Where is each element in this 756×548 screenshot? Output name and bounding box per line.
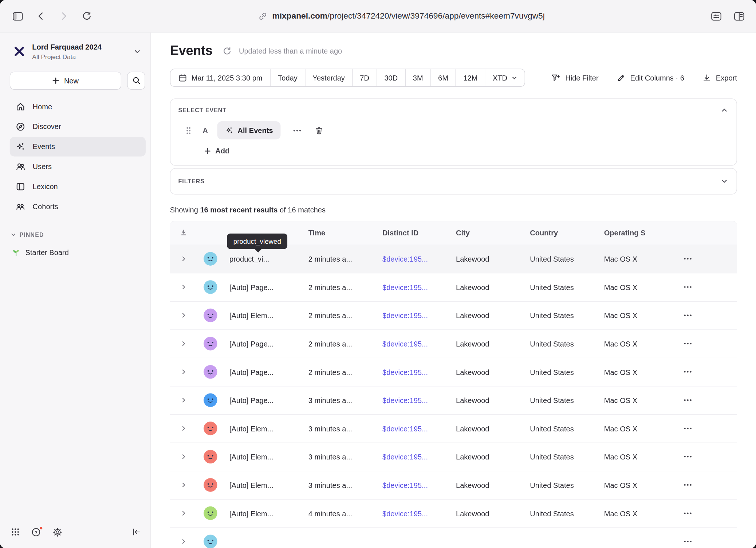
table-row[interactable]: [Auto] Elem... 4 minutes a... $device:19…	[170, 499, 737, 528]
expand-row-button[interactable]	[170, 425, 197, 432]
event-cell: [Auto] Page...	[197, 365, 307, 379]
hide-filter-button[interactable]: Hide Filter	[551, 73, 598, 82]
expand-row-button[interactable]	[170, 340, 197, 347]
distinct-id-link[interactable]: $device:195...	[382, 424, 428, 432]
row-options-button[interactable]	[684, 339, 692, 348]
refresh-button[interactable]	[223, 47, 232, 55]
range-xtd-button[interactable]: XTD	[485, 69, 525, 86]
column-header-country[interactable]: Country	[528, 228, 602, 237]
browser-forward-button[interactable]	[59, 11, 69, 21]
distinct-id-link[interactable]: $device:195...	[382, 368, 428, 376]
range-7d-button[interactable]: 7D	[352, 69, 377, 86]
range-6m-button[interactable]: 6M	[430, 69, 456, 86]
workspace-switcher[interactable]: Lord Farquaad 2024 All Project Data	[0, 33, 150, 65]
row-options-button[interactable]	[684, 396, 692, 404]
distinct-id-link[interactable]: $device:195...	[382, 481, 428, 489]
distinct-id-link[interactable]: $device:195...	[382, 453, 428, 461]
delete-event-button[interactable]	[315, 126, 324, 135]
browser-split-view-button[interactable]	[734, 11, 744, 20]
sidebar-item-home[interactable]: Home	[10, 97, 146, 117]
column-header-time[interactable]: Time	[306, 228, 380, 237]
new-button[interactable]: New	[10, 71, 121, 89]
table-row[interactable]: [Auto] Elem... 3 minutes a... $device:19…	[170, 443, 737, 471]
pinned-section-toggle[interactable]: PINNED	[0, 231, 150, 238]
distinct-id-link[interactable]: $device:195...	[382, 396, 428, 404]
browser-page-settings-button[interactable]	[711, 11, 721, 20]
column-header-os[interactable]: Operating S	[602, 228, 677, 237]
add-event-button[interactable]: Add	[204, 147, 229, 155]
sidebar-item-starter-board[interactable]: Starter Board	[6, 243, 146, 262]
browser-sidebar-toggle-button[interactable]	[13, 11, 23, 20]
distinct-id-link[interactable]: $device:195...	[382, 283, 428, 291]
distinct-id-link[interactable]: $device:195...	[382, 311, 428, 320]
row-options-button[interactable]	[684, 537, 692, 546]
sidebar-actions: New	[0, 65, 150, 90]
collapse-all-rows-button[interactable]	[170, 228, 197, 237]
city-cell: Lakewood	[454, 396, 528, 404]
event-selector-button[interactable]: All Events	[217, 121, 281, 139]
expand-row-button[interactable]	[170, 538, 197, 545]
help-button[interactable]: ?	[31, 527, 41, 537]
collapse-panel-button[interactable]	[721, 107, 728, 114]
expand-filters-button[interactable]	[721, 178, 728, 185]
sidebar-item-discover[interactable]: Discover	[10, 117, 146, 137]
apps-grid-button[interactable]	[11, 528, 20, 536]
distinct-id-cell: $device:195...	[381, 453, 454, 461]
drag-handle-icon[interactable]	[186, 126, 192, 135]
table-row[interactable]: [Auto] Elem... 2 minutes a... $device:19…	[170, 301, 737, 330]
table-row[interactable]: [Auto] Page... 2 minutes a... $device:19…	[170, 358, 737, 386]
row-options-button[interactable]	[684, 481, 692, 489]
range-yesterday-button[interactable]: Yesterday	[305, 69, 352, 86]
search-button[interactable]	[127, 71, 145, 89]
cohorts-icon	[16, 201, 25, 211]
column-header-city[interactable]: City	[454, 228, 528, 237]
address-bar[interactable]: mixpanel.com/project/3472420/view/397469…	[258, 11, 545, 21]
row-options-button[interactable]	[684, 368, 692, 376]
distinct-id-link[interactable]: $device:195...	[382, 509, 428, 517]
range-3m-button[interactable]: 3M	[405, 69, 430, 86]
table-row[interactable]	[170, 528, 737, 548]
row-options-button[interactable]	[684, 254, 692, 263]
sidebar-item-cohorts[interactable]: Cohorts	[10, 197, 146, 216]
range-12m-button[interactable]: 12M	[456, 69, 485, 86]
table-row[interactable]: [Auto] Page... 2 minutes a... $device:19…	[170, 273, 737, 302]
sidebar-item-lexicon[interactable]: Lexicon	[10, 177, 146, 196]
expand-row-button[interactable]	[170, 284, 197, 291]
row-options-button[interactable]	[684, 424, 692, 433]
expand-row-button[interactable]	[170, 255, 197, 262]
expand-row-button[interactable]	[170, 312, 197, 319]
sidebar-item-events[interactable]: Events	[10, 137, 146, 157]
expand-row-button[interactable]	[170, 453, 197, 460]
export-button[interactable]: Export	[702, 73, 737, 82]
settings-button[interactable]	[52, 527, 62, 537]
event-cell: [Auto] Page...	[197, 337, 307, 350]
date-range-control: Mar 11, 2025 3:30 pm Today Yesterday 7D …	[170, 69, 525, 87]
expand-row-button[interactable]	[170, 482, 197, 489]
expand-row-button[interactable]	[170, 397, 197, 404]
browser-back-button[interactable]	[36, 11, 46, 21]
event-options-button[interactable]	[293, 126, 302, 135]
browser-reload-button[interactable]	[82, 11, 92, 21]
row-options-button[interactable]	[684, 311, 692, 320]
table-row[interactable]: [Auto] Page... 3 minutes a... $device:19…	[170, 386, 737, 415]
actions-cell	[677, 311, 737, 320]
actions-cell	[677, 396, 737, 404]
range-30d-button[interactable]: 30D	[377, 69, 405, 86]
table-row[interactable]: [Auto] Elem... 3 minutes a... $device:19…	[170, 471, 737, 500]
sidebar-item-users[interactable]: Users	[10, 157, 146, 176]
column-header-distinct-id[interactable]: Distinct ID	[381, 228, 454, 237]
distinct-id-link[interactable]: $device:195...	[382, 340, 428, 348]
collapse-sidebar-button[interactable]	[131, 527, 141, 536]
table-row[interactable]: [Auto] Page... 2 minutes a... $device:19…	[170, 330, 737, 358]
actions-cell	[677, 283, 737, 291]
table-row[interactable]: [Auto] Elem... 3 minutes a... $device:19…	[170, 415, 737, 443]
row-options-button[interactable]	[684, 452, 692, 461]
range-today-button[interactable]: Today	[270, 69, 305, 86]
expand-row-button[interactable]	[170, 368, 197, 375]
distinct-id-link[interactable]: $device:195...	[382, 255, 428, 263]
edit-columns-button[interactable]: Edit Columns · 6	[617, 73, 684, 82]
date-picker-button[interactable]: Mar 11, 2025 3:30 pm	[170, 69, 270, 86]
row-options-button[interactable]	[684, 283, 692, 291]
row-options-button[interactable]	[684, 509, 692, 517]
expand-row-button[interactable]	[170, 510, 197, 517]
